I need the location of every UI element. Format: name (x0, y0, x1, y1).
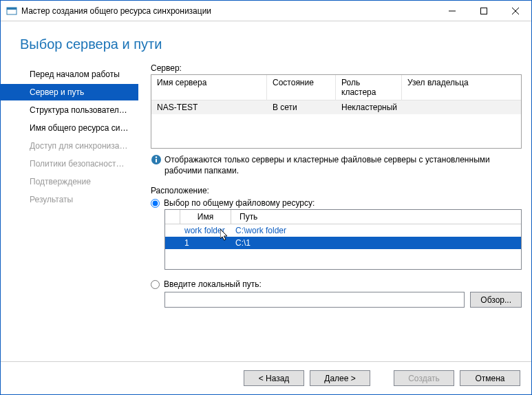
svg-rect-7 (156, 159, 157, 162)
wizard-body: Выбор сервера и пути Перед началом работ… (1, 21, 531, 394)
sidebar-item-user-structure[interactable]: Структура пользовател… (1, 102, 138, 118)
server-row[interactable]: NAS-TEST В сети Некластерный (151, 100, 521, 114)
share-row-path: C:\1 (231, 237, 255, 249)
share-row-path: C:\work folder (231, 224, 290, 237)
share-col-name[interactable]: Имя (180, 210, 231, 224)
radio-local-path-label: Введите локальный путь: (164, 279, 262, 289)
info-icon (151, 154, 162, 165)
wizard-steps-sidebar: Перед началом работы Сервер и путь Струк… (1, 63, 138, 361)
local-path-row: Обзор... (164, 292, 522, 308)
server-owner-cell (402, 100, 521, 114)
sidebar-item-server-path[interactable]: Сервер и путь (1, 84, 138, 100)
server-name-cell: NAS-TEST (151, 100, 267, 114)
cancel-button[interactable]: Отмена (460, 370, 520, 386)
window-title: Мастер создания общего ресурса синхрониз… (21, 6, 436, 16)
share-col-check (165, 210, 180, 224)
titlebar: Мастер создания общего ресурса синхрониз… (1, 1, 531, 21)
share-row-name: 1 (180, 237, 231, 249)
location-section: Расположение: Выбор по общему файловому … (151, 186, 522, 308)
server-label: Сервер: (151, 63, 522, 73)
sidebar-item-share-name[interactable]: Имя общего ресурса си… (1, 120, 138, 136)
share-col-path[interactable]: Путь (231, 210, 521, 224)
share-row-selected[interactable]: 1 C:\1 (165, 237, 521, 249)
share-row-check (165, 237, 180, 249)
create-button: Создать (394, 370, 454, 386)
server-table-header: Имя сервера Состояние Роль кластера Узел… (151, 75, 521, 100)
radio-by-share-label: Выбор по общему файловому ресурсу: (164, 198, 315, 208)
wizard-footer: < Назад Далее > Создать Отмена (1, 361, 531, 394)
info-text: Отображаются только серверы и кластерные… (164, 154, 522, 176)
close-button[interactable] (500, 1, 531, 21)
info-row: Отображаются только серверы и кластерные… (151, 154, 522, 176)
maximize-button[interactable] (468, 1, 500, 21)
share-row-check (165, 224, 180, 237)
share-table-header: Имя Путь (165, 210, 521, 224)
app-icon (6, 6, 17, 17)
local-path-input[interactable] (164, 292, 465, 308)
svg-rect-1 (7, 8, 17, 10)
server-role-cell: Некластерный (336, 100, 402, 114)
col-cluster-role[interactable]: Роль кластера (336, 75, 402, 100)
next-button[interactable]: Далее > (310, 370, 370, 386)
share-table: Имя Путь work folder C:\work folder 1 C:… (164, 209, 522, 270)
radio-by-share[interactable] (151, 199, 160, 208)
radio-local-path[interactable] (151, 280, 160, 289)
wizard-window: Мастер создания общего ресурса синхрониз… (0, 0, 532, 395)
content-area: Перед началом работы Сервер и путь Струк… (1, 63, 531, 361)
browse-button[interactable]: Обзор... (470, 292, 522, 308)
page-title: Выбор сервера и пути (1, 21, 531, 63)
radio-local-row[interactable]: Введите локальный путь: (151, 279, 522, 289)
svg-point-8 (156, 156, 157, 158)
minimize-button[interactable] (436, 1, 468, 21)
server-table: Имя сервера Состояние Роль кластера Узел… (151, 74, 522, 149)
col-owner-node[interactable]: Узел владельца (402, 75, 521, 100)
server-state-cell: В сети (267, 100, 336, 114)
back-button[interactable]: < Назад (244, 370, 304, 386)
col-state[interactable]: Состояние (267, 75, 336, 100)
share-row[interactable]: work folder C:\work folder (165, 224, 521, 237)
sidebar-item-sync-access: Доступ для синхрониза… (1, 138, 138, 154)
main-panel: Сервер: Имя сервера Состояние Роль класт… (138, 63, 522, 361)
share-row-name: work folder (180, 224, 231, 237)
col-server-name[interactable]: Имя сервера (151, 75, 267, 100)
sidebar-item-confirmation: Подтверждение (1, 173, 138, 190)
location-label: Расположение: (151, 186, 522, 195)
window-controls (436, 1, 531, 21)
sidebar-item-security-policies: Политики безопасност… (1, 156, 138, 172)
sidebar-item-results: Результаты (1, 191, 138, 208)
radio-share-row[interactable]: Выбор по общему файловому ресурсу: (151, 198, 522, 208)
sidebar-item-before-start[interactable]: Перед началом работы (1, 66, 138, 83)
svg-rect-3 (481, 8, 487, 14)
